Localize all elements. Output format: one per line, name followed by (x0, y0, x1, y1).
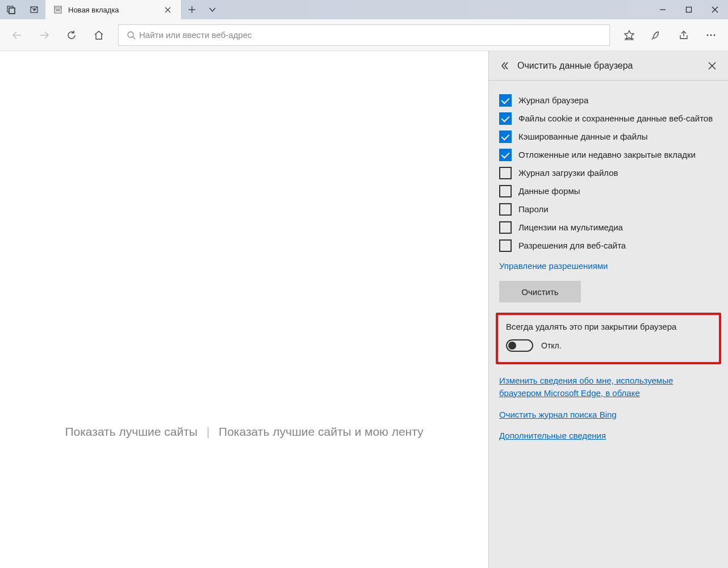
always-clear-highlight: Всегда удалять это при закрытии браузера… (496, 313, 721, 364)
panel-close-button[interactable] (703, 57, 721, 75)
tab-actions-chevron[interactable] (202, 0, 223, 19)
checkbox-row[interactable]: Разрешения для веб-сайта (499, 239, 718, 252)
checkbox[interactable] (499, 221, 512, 234)
checkbox-label: Лицензии на мультимедиа (518, 221, 623, 233)
tab-close-button[interactable] (160, 2, 175, 18)
main-area: Показать лучшие сайты | Показать лучшие … (0, 51, 728, 568)
show-top-sites-feed-link[interactable]: Показать лучшие сайты и мою ленту (219, 425, 424, 438)
checkbox-row[interactable]: Отложенные или недавно закрытые вкладки (499, 149, 718, 161)
favorites-button[interactable] (616, 19, 643, 51)
tabs-set-aside-button[interactable] (0, 0, 23, 19)
notes-button[interactable] (643, 19, 670, 51)
address-input[interactable] (139, 30, 605, 40)
checkbox[interactable] (499, 167, 512, 179)
checkbox[interactable] (499, 131, 512, 143)
svg-point-24 (707, 34, 709, 36)
svg-line-23 (652, 38, 653, 40)
tabs-aside-list-button[interactable] (23, 0, 45, 19)
new-tab-button[interactable] (182, 0, 202, 19)
tab-aside-buttons (0, 0, 45, 19)
new-tab-layout-options: Показать лучшие сайты | Показать лучшие … (0, 425, 488, 439)
checkbox-row[interactable]: Журнал загрузки файлов (499, 167, 718, 179)
panel-body: Журнал браузераФайлы cookie и сохраненны… (489, 81, 728, 462)
toggle-state-label: Откл. (541, 341, 562, 350)
show-top-sites-link[interactable]: Показать лучшие сайты (65, 425, 198, 438)
window-minimize-button[interactable] (650, 0, 676, 19)
checkbox-label: Данные формы (518, 185, 580, 197)
checkbox-label: Кэшированные данные и файлы (518, 131, 648, 142)
tab-title: Новая вкладка (68, 6, 160, 14)
checkbox-row[interactable]: Данные формы (499, 185, 718, 197)
panel-back-button[interactable] (496, 57, 514, 75)
checkbox-row[interactable]: Пароли (499, 203, 718, 216)
svg-rect-1 (9, 8, 15, 14)
page-content: Показать лучшие сайты | Показать лучшие … (0, 51, 488, 568)
checkbox-row[interactable]: Лицензии на мультимедиа (499, 221, 718, 234)
checkbox[interactable] (499, 94, 512, 107)
titlebar: Новая вкладка (0, 0, 728, 19)
svg-marker-20 (625, 31, 634, 39)
checkbox-label: Пароли (518, 203, 549, 215)
change-cloud-info-link[interactable]: Изменить сведения обо мне, используемые … (499, 375, 718, 399)
svg-point-25 (710, 34, 712, 36)
clear-bing-history-link[interactable]: Очистить журнал поиска Bing (499, 409, 718, 421)
panel-header: Очистить данные браузера (489, 51, 728, 81)
checkbox-label: Отложенные или недавно закрытые вкладки (518, 149, 696, 161)
separator: | (207, 425, 210, 438)
refresh-button[interactable] (58, 19, 85, 51)
checkbox[interactable] (499, 149, 512, 161)
search-icon (123, 31, 139, 40)
checkbox-label: Разрешения для веб-сайта (518, 239, 626, 251)
tab-page-icon (53, 5, 62, 14)
checkbox[interactable] (499, 203, 512, 216)
share-button[interactable] (670, 19, 697, 51)
always-clear-title: Всегда удалять это при закрытии браузера (506, 322, 711, 331)
browser-tab[interactable]: Новая вкладка (45, 0, 182, 19)
more-info-link[interactable]: Дополнительные сведения (499, 430, 718, 442)
manage-permissions-link[interactable]: Управление разрешениями (499, 261, 608, 271)
window-close-button[interactable] (702, 0, 728, 19)
svg-rect-13 (687, 7, 692, 12)
checkbox-label: Файлы cookie и сохраненные данные веб-са… (518, 112, 713, 124)
checkbox-label: Журнал загрузки файлов (518, 167, 618, 179)
panel-footer-links: Изменить сведения обо мне, используемые … (499, 375, 718, 442)
nav-forward-button[interactable] (31, 19, 58, 51)
svg-point-26 (714, 34, 716, 36)
checkbox-row[interactable]: Журнал браузера (499, 94, 718, 107)
toolbar (0, 19, 728, 51)
checkbox[interactable] (499, 239, 512, 252)
always-clear-toggle[interactable] (506, 339, 533, 352)
checkbox[interactable] (499, 112, 512, 125)
address-bar[interactable] (118, 24, 610, 46)
nav-back-button[interactable] (3, 19, 31, 51)
clear-button[interactable]: Очистить (499, 281, 581, 302)
clear-browsing-data-panel: Очистить данные браузера Журнал браузера… (488, 51, 728, 568)
svg-line-19 (133, 37, 135, 39)
svg-point-18 (128, 32, 133, 37)
checkbox-row[interactable]: Кэшированные данные и файлы (499, 131, 718, 143)
panel-title: Очистить данные браузера (517, 61, 703, 71)
home-button[interactable] (85, 19, 112, 51)
checkbox[interactable] (499, 185, 512, 197)
more-button[interactable] (697, 19, 725, 51)
checkbox-label: Журнал браузера (518, 94, 588, 106)
window-maximize-button[interactable] (676, 0, 702, 19)
checkbox-row[interactable]: Файлы cookie и сохраненные данные веб-са… (499, 112, 718, 125)
